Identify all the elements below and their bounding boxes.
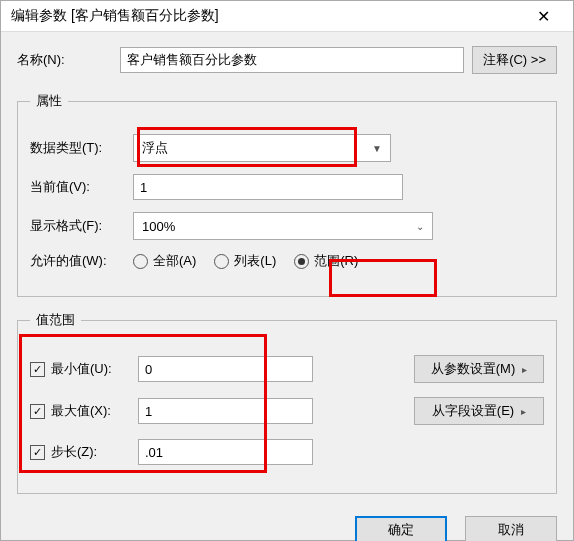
dropdown-icon: ▼	[372, 143, 382, 154]
min-checkbox[interactable]: 最小值(U):	[30, 360, 130, 378]
radio-all[interactable]: 全部(A)	[133, 252, 196, 270]
attributes-fieldset: 属性 数据类型(T): 浮点 ▼ 当前值(V): 显示格式(F): 100% ⌄	[17, 92, 557, 297]
display-format-select[interactable]: 100% ⌄	[133, 212, 433, 240]
checkbox-icon	[30, 445, 45, 460]
display-format-label: 显示格式(F):	[30, 217, 125, 235]
step-label: 步长(Z):	[51, 443, 97, 461]
from-param-button[interactable]: 从参数设置(M)▸	[414, 355, 544, 383]
chevron-right-icon: ▸	[521, 406, 526, 417]
comment-button[interactable]: 注释(C) >>	[472, 46, 557, 74]
checkbox-icon	[30, 404, 45, 419]
radio-icon	[214, 254, 229, 269]
dropdown-icon: ⌄	[416, 221, 424, 232]
chevron-right-icon: ▸	[522, 364, 527, 375]
radio-list-label: 列表(L)	[234, 252, 276, 270]
datatype-select[interactable]: 浮点 ▼	[133, 134, 391, 162]
cancel-button[interactable]: 取消	[465, 516, 557, 541]
min-label: 最小值(U):	[51, 360, 112, 378]
radio-icon-checked	[294, 254, 309, 269]
dialog-button-row: 确定 取消	[1, 504, 573, 541]
dialog-window: 编辑参数 [客户销售额百分比参数] ✕ 名称(N): 注释(C) >> 属性 数…	[0, 0, 574, 541]
from-field-button[interactable]: 从字段设置(E)▸	[414, 397, 544, 425]
dialog-title: 编辑参数 [客户销售额百分比参数]	[11, 7, 523, 25]
datatype-value: 浮点	[142, 139, 168, 157]
radio-range-label: 范围(R)	[314, 252, 358, 270]
radio-all-label: 全部(A)	[153, 252, 196, 270]
datatype-label: 数据类型(T):	[30, 139, 125, 157]
name-label: 名称(N):	[17, 51, 112, 69]
radio-list[interactable]: 列表(L)	[214, 252, 276, 270]
close-button[interactable]: ✕	[523, 1, 563, 31]
title-bar: 编辑参数 [客户销售额百分比参数] ✕	[1, 1, 573, 32]
max-input[interactable]	[138, 398, 313, 424]
step-checkbox[interactable]: 步长(Z):	[30, 443, 130, 461]
display-format-value: 100%	[142, 219, 175, 234]
radio-range[interactable]: 范围(R)	[294, 252, 358, 270]
current-value-input[interactable]	[133, 174, 403, 200]
ok-button[interactable]: 确定	[355, 516, 447, 541]
value-range-fieldset: 值范围 最小值(U): 从参数设置(M)▸ 最大值(X): 从字段设	[17, 311, 557, 494]
close-icon: ✕	[537, 7, 550, 26]
allowable-radio-group: 全部(A) 列表(L) 范围(R)	[133, 252, 358, 270]
step-input[interactable]	[138, 439, 313, 465]
radio-icon	[133, 254, 148, 269]
current-value-label: 当前值(V):	[30, 178, 125, 196]
allowable-label: 允许的值(W):	[30, 252, 125, 270]
name-input[interactable]	[120, 47, 464, 73]
value-range-legend: 值范围	[30, 311, 81, 329]
dialog-content: 名称(N): 注释(C) >> 属性 数据类型(T): 浮点 ▼ 当前值(V):…	[1, 32, 573, 504]
checkbox-icon	[30, 362, 45, 377]
attributes-legend: 属性	[30, 92, 68, 110]
min-input[interactable]	[138, 356, 313, 382]
max-label: 最大值(X):	[51, 402, 111, 420]
max-checkbox[interactable]: 最大值(X):	[30, 402, 130, 420]
